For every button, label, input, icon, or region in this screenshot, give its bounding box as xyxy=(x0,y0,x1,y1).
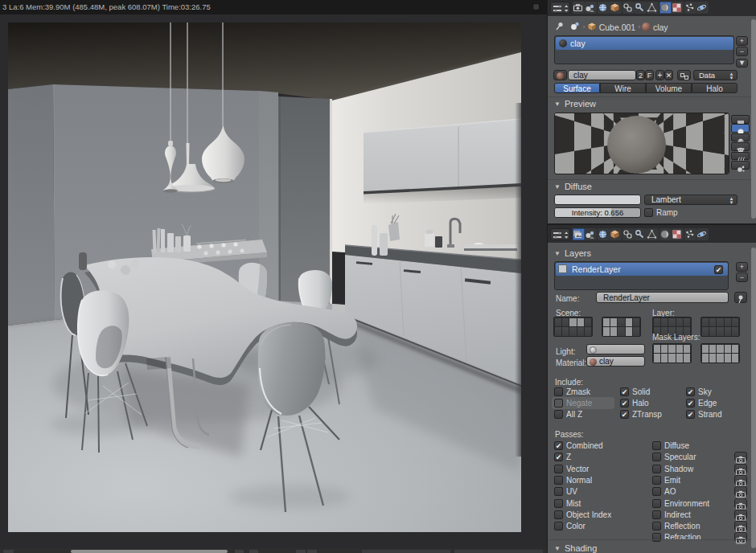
preview-monkey-button[interactable] xyxy=(731,142,750,151)
tab-texture[interactable] xyxy=(672,2,684,14)
diffuse-color-swatch[interactable] xyxy=(554,195,641,205)
layers-section-header[interactable]: ▼Layers xyxy=(554,248,591,258)
preview-hair-button[interactable] xyxy=(731,152,750,161)
bottom-dropdown-1[interactable] xyxy=(362,550,450,553)
layer-toggle[interactable] xyxy=(632,326,640,337)
tab-world[interactable] xyxy=(598,2,610,14)
tab-material[interactable] xyxy=(659,2,672,14)
breadcrumb-material[interactable]: clay xyxy=(653,23,668,32)
add-render-layer-button[interactable]: + xyxy=(736,262,748,272)
layer-toggle[interactable] xyxy=(584,326,592,337)
pass-environment-exclude-button[interactable] xyxy=(734,498,747,508)
preview-sphere-button[interactable] xyxy=(731,124,750,133)
preview-flat-button[interactable] xyxy=(731,115,750,124)
render-layer-list[interactable]: RenderLayer ✔ xyxy=(554,261,729,290)
editor-type-button[interactable] xyxy=(550,2,570,14)
data-source-dropdown[interactable]: Data▲▼ xyxy=(693,70,738,80)
diffuse-shader-dropdown[interactable]: Lambert▲▼ xyxy=(644,195,738,205)
image-editor xyxy=(0,14,547,548)
material-name-field[interactable]: clay xyxy=(568,70,636,80)
layers-panel-body: ▼Layers RenderLayer ✔ + − Name: RenderLa… xyxy=(548,243,756,553)
material-panel-scrollbar[interactable] xyxy=(751,19,756,219)
properties-panel: › Cube.001 › clay clay + − ▼ clay 2 F + … xyxy=(547,0,756,553)
render-layer-enable-checkbox[interactable]: ✔ xyxy=(714,265,723,274)
pass-indirect-exclude-button[interactable] xyxy=(734,510,747,519)
layer-toggle[interactable] xyxy=(731,326,739,337)
fake-user-button[interactable]: F xyxy=(645,70,654,80)
pass-shadow-exclude-button[interactable] xyxy=(734,464,747,473)
material-slot-list[interactable]: clay xyxy=(554,35,734,64)
tab-wire[interactable]: Wire xyxy=(600,83,646,93)
tab-render-layers[interactable] xyxy=(573,228,585,240)
tab-world[interactable] xyxy=(598,228,610,240)
tab-modifiers[interactable] xyxy=(635,2,647,14)
material-override-icon xyxy=(590,358,597,366)
layer-toggle[interactable] xyxy=(683,353,691,363)
material-preview xyxy=(554,113,729,174)
tab-particles[interactable] xyxy=(684,2,696,14)
tab-constraints[interactable] xyxy=(622,228,635,240)
editor-type-button-2[interactable] xyxy=(550,228,570,240)
tab-modifiers[interactable] xyxy=(635,228,647,240)
pass-ao-exclude-button[interactable] xyxy=(734,486,747,496)
tab-physics[interactable] xyxy=(696,228,709,240)
bottom-button-4[interactable] xyxy=(307,550,317,553)
new-material-button[interactable]: + xyxy=(655,70,664,80)
bottom-image-name-field[interactable] xyxy=(71,550,228,553)
unlink-material-button[interactable]: ✕ xyxy=(664,70,673,80)
material-users-button[interactable]: 2 xyxy=(636,70,645,80)
layer-name-field[interactable]: RenderLayer xyxy=(596,292,729,303)
tab-surface[interactable]: Surface xyxy=(554,83,600,93)
shading-section-header[interactable]: ▼Shading xyxy=(554,543,597,553)
material-override-field[interactable]: clay xyxy=(586,356,645,367)
preview-cube-button[interactable] xyxy=(731,133,750,142)
pin-icon[interactable] xyxy=(554,21,565,33)
tab-texture[interactable] xyxy=(672,228,684,240)
diffuse-section-header[interactable]: ▼Diffuse xyxy=(554,182,592,191)
bottom-button-2[interactable] xyxy=(249,550,258,553)
layers-panel-scrollbar[interactable] xyxy=(751,248,756,548)
bottom-button-1[interactable] xyxy=(235,550,244,553)
tab-physics[interactable] xyxy=(696,2,709,14)
tab-particles[interactable] xyxy=(684,228,696,240)
tab-volume[interactable]: Volume xyxy=(646,83,692,93)
remove-render-layer-button[interactable]: − xyxy=(736,272,748,282)
show-nodes-button[interactable] xyxy=(677,70,691,80)
tab-object[interactable] xyxy=(610,2,622,14)
bottom-button-3[interactable] xyxy=(296,550,306,553)
editor-corner-widget[interactable] xyxy=(532,3,540,10)
browse-icon[interactable] xyxy=(569,21,581,33)
material-slot-name: clay xyxy=(570,37,585,50)
add-material-slot-button[interactable]: + xyxy=(736,36,748,46)
tab-object[interactable] xyxy=(610,228,622,240)
tab-object-data[interactable] xyxy=(647,228,659,240)
tab-constraints[interactable] xyxy=(622,2,635,14)
render-layer-selected[interactable]: RenderLayer ✔ xyxy=(556,263,728,276)
tab-scene[interactable] xyxy=(585,2,597,14)
material-slot-selected[interactable]: clay xyxy=(556,37,733,50)
pass-reflection-exclude-button[interactable] xyxy=(734,521,747,530)
tab-halo[interactable]: Halo xyxy=(692,83,738,93)
breadcrumb-object[interactable]: Cube.001 xyxy=(599,23,636,32)
bottom-editor-type-button[interactable] xyxy=(3,550,14,553)
material-slot-specials-button[interactable]: ▼ xyxy=(736,59,748,68)
pass-refraction-exclude-button[interactable] xyxy=(734,532,747,542)
pass-specular-exclude-button[interactable] xyxy=(734,452,747,461)
tab-object-data[interactable] xyxy=(647,2,659,14)
preview-sphere2-button[interactable] xyxy=(731,161,750,170)
pass-emit-exclude-button[interactable] xyxy=(734,475,747,485)
material-tab-strip xyxy=(548,0,756,16)
layer-toggle[interactable] xyxy=(731,353,739,363)
remove-material-slot-button[interactable]: − xyxy=(736,47,748,56)
bottom-dropdown-2[interactable] xyxy=(454,550,543,553)
tab-render[interactable] xyxy=(573,2,585,14)
object-icon xyxy=(587,22,597,33)
diffuse-intensity-slider[interactable]: Intensity: 0.656 xyxy=(554,207,641,218)
tab-material[interactable] xyxy=(659,228,672,240)
tab-scene[interactable] xyxy=(585,228,597,240)
pin-button[interactable] xyxy=(734,292,747,303)
preview-section-header[interactable]: ▼Preview xyxy=(554,99,596,109)
light-override-field[interactable] xyxy=(586,344,645,354)
preview-sphere xyxy=(607,116,666,174)
browse-material-button[interactable] xyxy=(553,70,567,80)
